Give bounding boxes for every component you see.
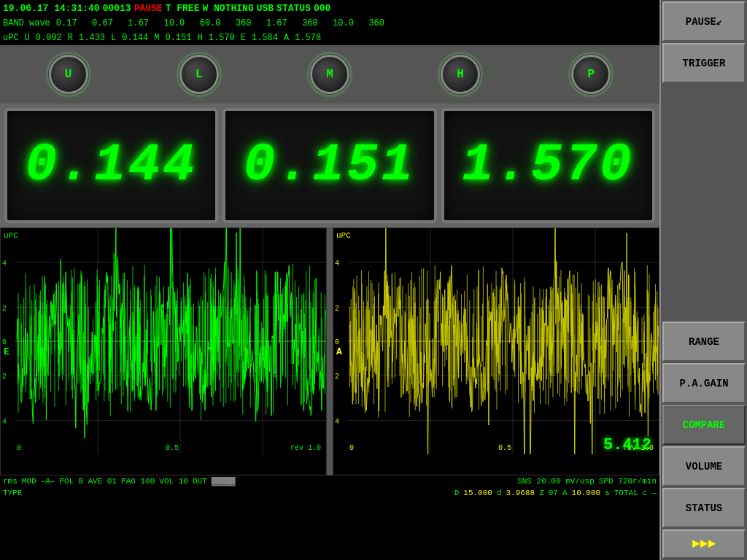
right-chart-label: uPC <box>336 231 351 240</box>
knob-u-container: U <box>46 52 91 97</box>
knob-u[interactable]: U <box>49 55 88 94</box>
band-val-4: 10.0 <box>163 18 185 28</box>
status-id: 00013 <box>103 3 131 14</box>
arrow-button[interactable]: ►►► <box>662 529 746 559</box>
r-label: R <box>68 33 73 43</box>
datetime: 19.06.17 14:31:40 <box>3 3 100 14</box>
knob-p-container: P <box>568 52 614 97</box>
a-value: 1.578 <box>295 33 321 43</box>
knob-p-outer: P <box>568 52 614 97</box>
display-m: 0.151 <box>222 108 436 223</box>
upc-row: uPC U 0.002 R 1.433 L 0.144 M 0.151 H 1.… <box>0 31 747 45</box>
bottom-row2: TYPE D 15.000 d 3.9688 Z 07 A 10.000 s T… <box>0 487 659 499</box>
vol-label: VOL 10 <box>159 477 188 486</box>
band-label: BAND wave <box>3 18 50 28</box>
chart-divider <box>327 228 333 475</box>
chart-area: uPC E uPC A 5.412 <box>0 228 659 475</box>
knob-p[interactable]: P <box>571 55 611 94</box>
u-label: U <box>25 33 30 43</box>
display-l-value: 0.144 <box>26 136 198 195</box>
range-button[interactable]: RANGE <box>662 322 746 362</box>
band-val-2: 0.67 <box>92 18 113 28</box>
volume-button[interactable]: VOLUME <box>662 446 746 486</box>
out-label: OUT <box>193 477 207 486</box>
status-label: STATUS <box>276 3 311 14</box>
knob-l-outer: L <box>177 52 222 97</box>
knob-m-outer: M <box>307 52 352 97</box>
a-label: A <box>562 489 568 497</box>
left-chart: uPC E <box>0 228 327 475</box>
d-label: D <box>454 489 460 497</box>
pause-indicator: PAUSE <box>134 3 163 14</box>
band-val-8: 360 <box>302 18 318 28</box>
c-val: — <box>651 489 657 497</box>
ave-label: AVE 01 <box>88 477 117 486</box>
right-panel: PAUSE↙ TRIGGER RANGE P.A.GAIN COMPARE VO… <box>659 0 747 560</box>
display-row: 0.144 0.151 1.570 <box>0 104 659 228</box>
knob-h-outer: H <box>438 52 483 97</box>
pause-button[interactable]: PAUSE↙ <box>662 1 746 42</box>
pa-gain-button[interactable]: P.A.GAIN <box>662 363 746 403</box>
t-label: T FREE <box>166 3 200 14</box>
s-val: TOTAL <box>614 489 638 497</box>
status-num: 000 <box>314 3 330 14</box>
status-button[interactable]: STATUS <box>662 488 746 528</box>
mod-val: –A– <box>41 477 55 486</box>
h-label: H <box>197 33 202 43</box>
knob-u-outer: U <box>46 52 91 97</box>
knob-l[interactable]: L <box>179 55 219 94</box>
right-channel-label: A <box>336 346 342 357</box>
h-value: 1.570 <box>209 33 235 43</box>
pol-label: POL B <box>59 477 83 486</box>
band-val-7: 1.67 <box>266 18 287 28</box>
rms-label: rms <box>3 477 18 486</box>
knob-m[interactable]: M <box>310 55 349 94</box>
sns-label: SNS 20.00 mV/usp <box>517 477 595 486</box>
upc-label: uPC <box>3 33 19 43</box>
usb-label: USB <box>257 3 274 14</box>
m-value: 0.151 <box>165 33 191 43</box>
knob-row: U L M H P <box>0 45 659 104</box>
m-label: M <box>154 33 159 43</box>
display-l: 0.144 <box>4 108 218 223</box>
left-chart-label: uPC <box>4 231 18 240</box>
trigger-button[interactable]: TRIGGER <box>662 43 746 83</box>
d-val2: 3.9688 <box>506 489 535 497</box>
r-value: 1.433 <box>79 33 105 43</box>
w-label: W NOTHING <box>202 3 253 14</box>
display-h: 1.570 <box>441 108 655 223</box>
display-m-value: 0.151 <box>244 136 416 195</box>
spd-label: SPD 720r/min <box>599 477 657 486</box>
c-label: c <box>643 489 648 497</box>
bottom-bar: rms MOD –A– POL B AVE 01 PAG 100 VOL 10 … <box>0 475 659 499</box>
e-value: 1.584 <box>252 33 278 43</box>
band-val-1: 0.17 <box>56 18 77 28</box>
d-label2: d <box>497 489 502 497</box>
band-val-3: 1.67 <box>128 18 149 28</box>
u-value: 0.002 <box>36 33 62 43</box>
band-val-6: 360 <box>236 18 252 28</box>
right-chart: uPC A 5.412 <box>333 228 659 475</box>
l-value: 0.144 <box>122 33 148 43</box>
band-val-9: 10.0 <box>333 18 354 28</box>
z-label: Z <box>539 489 544 497</box>
knob-l-container: L <box>177 52 222 97</box>
band-val-5: 60.0 <box>200 18 221 28</box>
band-val-10: 360 <box>368 18 384 28</box>
compare-button[interactable]: COMPARE <box>662 405 746 445</box>
l-label: L <box>111 33 116 43</box>
a-label: A <box>284 33 289 43</box>
bottom-row1: rms MOD –A– POL B AVE 01 PAG 100 VOL 10 … <box>0 475 659 487</box>
big-value: 5.412 <box>603 436 651 454</box>
type-label: TYPE <box>3 489 22 497</box>
a-val: 10.000 <box>572 489 601 497</box>
status-bar: 19.06.17 14:31:40 00013 PAUSE T FREE W N… <box>0 0 747 16</box>
out-bar: ▓▓▓▓▓ <box>212 477 236 486</box>
d-val: 15.000 <box>463 489 492 497</box>
left-channel-label: E <box>4 346 9 357</box>
e-label: E <box>241 33 246 43</box>
band-row: BAND wave 0.17 0.67 1.67 10.0 60.0 360 1… <box>0 16 747 31</box>
knob-m-container: M <box>307 52 352 97</box>
knob-h[interactable]: H <box>441 55 480 94</box>
s-label: s <box>605 489 610 497</box>
